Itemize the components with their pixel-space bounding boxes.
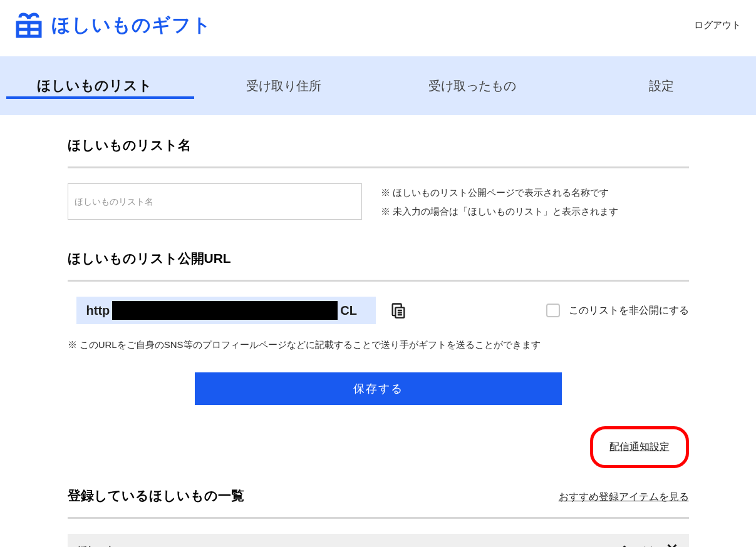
- gift-logo-icon: [15, 11, 43, 39]
- divider: [68, 280, 689, 282]
- hint-line-2: ※ 未入力の場合は「ほしいものリスト」と表示されます: [381, 202, 618, 221]
- close-icon[interactable]: [665, 542, 679, 547]
- logout-link[interactable]: ログアウト: [694, 19, 741, 31]
- wishlist-name-input[interactable]: [68, 183, 362, 220]
- tab-received[interactable]: 受け取ったもの: [378, 56, 567, 115]
- private-checkbox[interactable]: [546, 304, 560, 317]
- tab-bar: ほしいものリスト 受け取り住所 受け取ったもの 設定: [0, 56, 756, 115]
- divider: [68, 166, 689, 168]
- url-suffix: CL: [339, 304, 357, 318]
- brand: ほしいものギフト: [15, 11, 212, 39]
- section-title-listname: ほしいものリスト名: [68, 136, 689, 154]
- notification-settings-link[interactable]: 配信通知設定: [609, 441, 670, 452]
- brand-title: ほしいものギフト: [51, 13, 212, 38]
- tab-address[interactable]: 受け取り住所: [189, 56, 378, 115]
- save-button[interactable]: 保存する: [195, 372, 562, 405]
- section-title-items: 登録しているほしいもの一覧: [68, 487, 244, 504]
- wishlist-item-title: ほしいもの 1: [78, 544, 133, 548]
- private-checkbox-label: このリストを非公開にする: [569, 304, 689, 317]
- move-down-icon[interactable]: [641, 542, 655, 547]
- tab-wishlist[interactable]: ほしいものリスト: [0, 56, 189, 115]
- section-title-url: ほしいものリスト公開URL: [68, 250, 689, 267]
- wishlist-item-row: ほしいもの 1: [68, 534, 689, 547]
- tab-settings[interactable]: 設定: [567, 56, 756, 115]
- recommended-items-link[interactable]: おすすめ登録アイテムを見る: [559, 491, 689, 504]
- notification-highlight: 配信通知設定: [590, 426, 689, 468]
- move-up-icon[interactable]: [618, 542, 631, 547]
- url-note: ※ このURLをご自身のSNS等のプロフィールページなどに記載することで送り手が…: [68, 339, 689, 351]
- public-url-display: http CL: [76, 297, 376, 324]
- wishlist-name-hint: ※ ほしいものリスト公開ページで表示される名称です ※ 未入力の場合は「ほしいも…: [381, 183, 618, 221]
- url-prefix: http: [86, 304, 111, 318]
- hint-line-1: ※ ほしいものリスト公開ページで表示される名称です: [381, 183, 618, 202]
- copy-icon[interactable]: [390, 302, 407, 319]
- url-redacted: [112, 301, 338, 320]
- divider: [68, 517, 689, 519]
